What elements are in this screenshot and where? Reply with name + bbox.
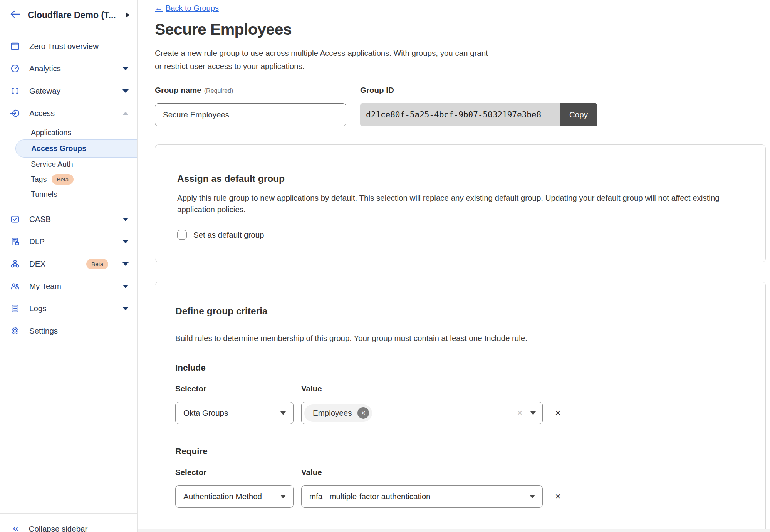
chevron-right-icon[interactable] xyxy=(126,12,129,18)
criteria-card-description: Build rules to determine membership of t… xyxy=(175,334,743,343)
set-default-group-checkbox[interactable] xyxy=(177,230,187,240)
include-selector-label: Selector xyxy=(175,384,294,393)
sidebar-item-gateway[interactable]: Gateway xyxy=(0,80,137,102)
sub-item-label: Tags xyxy=(31,175,47,184)
access-sub-menu: Applications Access Groups Service Auth … xyxy=(0,125,137,202)
chevron-down-icon xyxy=(122,262,129,266)
require-value-label: Value xyxy=(301,468,543,477)
back-to-groups-link[interactable]: ← Back to Groups xyxy=(155,4,219,13)
chevron-down-icon xyxy=(122,307,129,310)
back-arrow-icon[interactable] xyxy=(9,9,21,21)
chevron-down-icon xyxy=(122,218,129,221)
copy-button[interactable]: Copy xyxy=(560,103,597,126)
criteria-card-title: Define group criteria xyxy=(175,306,743,317)
group-name-label-text: Group name xyxy=(155,86,201,94)
include-value-multiselect[interactable]: Employees ✕ ✕ xyxy=(301,402,543,424)
default-card-desc-line: Apply this rule group to new application… xyxy=(177,192,743,204)
sidebar-item-label: Analytics xyxy=(29,64,114,73)
sticky-footer-edge xyxy=(138,529,770,532)
group-id-value: d21ce80f-5a25-4bcf-9b07-5032197e3be8 xyxy=(360,103,560,126)
sidebar-item-my-team[interactable]: My Team xyxy=(0,275,137,297)
sidebar-item-label: My Team xyxy=(29,282,114,291)
beta-badge: Beta xyxy=(86,259,108,269)
tag-remove-icon[interactable]: ✕ xyxy=(357,407,369,419)
sidebar-item-dlp[interactable]: DLP xyxy=(0,230,137,253)
sidebar-item-access-groups[interactable]: Access Groups xyxy=(15,139,137,158)
remove-include-rule-icon[interactable]: ✕ xyxy=(555,409,561,417)
sidebar-item-applications[interactable]: Applications xyxy=(0,125,137,140)
document-lock-icon xyxy=(10,237,20,247)
chevron-down-icon xyxy=(280,411,286,415)
sidebar-item-label: Settings xyxy=(29,326,129,336)
include-rule-row: Okta Groups Employees ✕ ✕ ✕ xyxy=(175,402,743,424)
collapse-sidebar-label: Collapse sidebar xyxy=(29,524,88,532)
sidebar-item-label: Gateway xyxy=(29,86,114,96)
people-icon xyxy=(10,281,20,291)
group-name-label: Group name(Required) xyxy=(155,86,346,95)
default-group-card: Assign as default group Apply this rule … xyxy=(155,144,766,262)
back-link-label: Back to Groups xyxy=(166,4,219,13)
require-labels: Selector Value xyxy=(175,468,743,477)
gear-icon xyxy=(10,326,20,336)
require-selector-dropdown[interactable]: Authentication Method xyxy=(175,485,294,508)
remove-require-rule-icon[interactable]: ✕ xyxy=(555,493,561,500)
sidebar-item-zero-trust-overview[interactable]: Zero Trust overview xyxy=(0,35,137,57)
page-title: Secure Employees xyxy=(155,20,766,39)
chevron-down-icon xyxy=(530,495,535,498)
sub-item-label: Access Groups xyxy=(31,144,86,153)
back-arrow-glyph: ← xyxy=(155,4,163,13)
sidebar-item-tags[interactable]: Tags Beta xyxy=(0,172,137,187)
sidebar-item-dex[interactable]: DEX Beta xyxy=(0,253,137,275)
chevron-down-icon xyxy=(530,411,536,415)
group-name-id-row: Group name(Required) Group ID d21ce80f-5… xyxy=(155,86,766,126)
require-selector-label: Selector xyxy=(175,468,294,477)
chevron-down-icon xyxy=(122,89,129,93)
pie-chart-icon xyxy=(10,64,20,74)
default-group-card-description: Apply this rule group to new application… xyxy=(177,192,743,215)
page-description-line: Create a new rule group to use across mu… xyxy=(155,47,766,60)
collapse-sidebar-icon: « xyxy=(13,524,19,532)
sidebar-item-label: Logs xyxy=(29,304,114,313)
sidebar-item-settings[interactable]: Settings xyxy=(0,320,137,342)
sidebar-item-access[interactable]: Access xyxy=(0,102,137,124)
require-value-dropdown[interactable]: mfa - multiple-factor authentication xyxy=(301,485,543,508)
chevron-down-icon xyxy=(122,240,129,243)
sidebar-item-logs[interactable]: Logs xyxy=(0,297,137,320)
include-heading: Include xyxy=(175,363,743,373)
window-icon xyxy=(10,41,20,51)
group-name-input[interactable] xyxy=(155,103,346,126)
chevron-down-icon xyxy=(122,285,129,288)
sidebar-item-label: Zero Trust overview xyxy=(29,42,129,51)
include-value-label: Value xyxy=(301,384,543,393)
default-group-card-title: Assign as default group xyxy=(177,173,743,184)
sidebar-item-service-auth[interactable]: Service Auth xyxy=(0,157,137,172)
include-selector-value: Okta Groups xyxy=(183,408,228,418)
casb-icon xyxy=(10,214,20,224)
group-id-label: Group ID xyxy=(360,86,597,95)
network-cluster-icon xyxy=(10,259,20,269)
set-default-group-label: Set as default group xyxy=(193,230,264,240)
page-description: Create a new rule group to use across mu… xyxy=(155,47,766,73)
log-list-icon xyxy=(10,304,20,314)
default-card-desc-line: application policies. xyxy=(177,204,743,215)
chevron-down-icon xyxy=(280,495,286,498)
collapse-sidebar-button[interactable]: « Collapse sidebar xyxy=(0,513,137,532)
page-description-line: or restrict user access to your applicat… xyxy=(155,60,766,73)
account-header: Cloudflare Demo (T... xyxy=(0,0,137,30)
include-labels: Selector Value xyxy=(175,384,743,393)
access-icon xyxy=(10,108,20,118)
gateway-icon xyxy=(10,86,20,96)
chevron-up-icon xyxy=(122,112,129,115)
sidebar-nav: Zero Trust overview Analytics Gateway Ac… xyxy=(0,30,137,513)
value-tag: Employees ✕ xyxy=(304,404,372,422)
sub-item-label: Service Auth xyxy=(31,160,73,169)
chevron-down-icon xyxy=(122,67,129,70)
sidebar-item-casb[interactable]: CASB xyxy=(0,208,137,230)
required-hint: (Required) xyxy=(204,87,233,94)
clear-values-icon[interactable]: ✕ xyxy=(517,408,523,418)
sidebar-item-label: DLP xyxy=(29,237,114,246)
sidebar-item-label: CASB xyxy=(29,215,114,224)
include-selector-dropdown[interactable]: Okta Groups xyxy=(175,402,294,424)
sidebar-item-analytics[interactable]: Analytics xyxy=(0,57,137,80)
sidebar-item-tunnels[interactable]: Tunnels xyxy=(0,187,137,202)
